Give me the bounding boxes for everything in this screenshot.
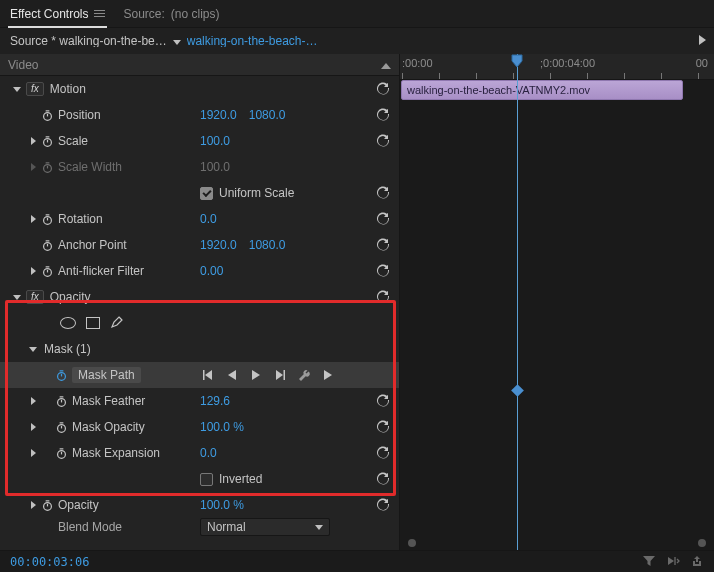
next-keyframe-icon[interactable] <box>272 368 288 382</box>
rotation-value[interactable]: 0.0 <box>200 213 217 225</box>
effect-motion[interactable]: fx Motion <box>0 76 399 102</box>
property-rotation[interactable]: Rotation 0.0 <box>0 206 399 232</box>
stopwatch-icon[interactable] <box>40 498 54 512</box>
property-inverted[interactable]: Inverted <box>0 466 399 492</box>
reset-mask-expansion-icon[interactable] <box>375 445 391 461</box>
mask-tracking-settings-icon[interactable] <box>296 368 312 382</box>
stopwatch-icon[interactable] <box>54 420 68 434</box>
stopwatch-icon[interactable] <box>40 238 54 252</box>
uniform-scale-checkbox[interactable] <box>200 187 213 200</box>
chevron-down-icon[interactable] <box>13 295 21 300</box>
chevron-right-icon[interactable] <box>31 215 36 223</box>
anchor-x-value[interactable]: 1920.0 <box>200 239 237 251</box>
effect-opacity[interactable]: fx Opacity <box>0 284 399 310</box>
source-clip-name[interactable]: Source * walking-on-the-be… <box>10 35 167 47</box>
opacity-value[interactable]: 100.0 % <box>200 499 244 511</box>
timeline-scrollbar[interactable] <box>408 538 706 548</box>
property-mask-opacity[interactable]: Mask Opacity 100.0 % <box>0 414 399 440</box>
stopwatch-active-icon[interactable] <box>54 368 68 382</box>
track-forward-icon[interactable] <box>320 368 336 382</box>
antiflicker-value[interactable]: 0.00 <box>200 265 223 277</box>
scroll-handle-right[interactable] <box>698 539 706 547</box>
property-mask-path[interactable]: Mask Path <box>0 362 399 388</box>
property-anchor-point[interactable]: Anchor Point 1920.0 1080.0 <box>0 232 399 258</box>
ruler-tick-1: ;0:00:04:00 <box>540 58 595 69</box>
chevron-right-icon[interactable] <box>31 397 36 405</box>
inverted-checkbox[interactable] <box>200 473 213 486</box>
reset-opacity-effect-icon[interactable] <box>375 289 391 305</box>
scale-value[interactable]: 100.0 <box>200 135 230 147</box>
play-forward-icon[interactable] <box>248 368 264 382</box>
tab-effect-controls[interactable]: Effect Controls <box>8 0 107 28</box>
stopwatch-icon[interactable] <box>40 134 54 148</box>
anchor-y-value[interactable]: 1080.0 <box>249 239 286 251</box>
reset-uniform-icon[interactable] <box>375 185 391 201</box>
chevron-down-icon[interactable] <box>29 347 37 352</box>
chevron-right-icon[interactable] <box>31 501 36 509</box>
sequence-dropdown-icon[interactable] <box>173 35 181 47</box>
property-uniform-scale[interactable]: Uniform Scale <box>0 180 399 206</box>
inverted-label: Inverted <box>219 473 262 485</box>
reset-rotation-icon[interactable] <box>375 211 391 227</box>
timecode[interactable]: 00:00:03:06 <box>10 556 89 568</box>
svg-marker-27 <box>324 370 332 380</box>
blend-mode-dropdown[interactable]: Normal <box>200 518 330 536</box>
chevron-right-icon[interactable] <box>31 137 36 145</box>
reset-opacity-icon[interactable] <box>375 497 391 513</box>
panel-menu-icon[interactable] <box>94 10 105 17</box>
stopwatch-icon[interactable] <box>54 446 68 460</box>
chevron-right-icon[interactable] <box>31 449 36 457</box>
scroll-handle-left[interactable] <box>408 539 416 547</box>
mask-expansion-value[interactable]: 0.0 <box>200 447 217 459</box>
sequence-name[interactable]: walking-on-the-beach-… <box>187 35 693 47</box>
toggle-timeline-button[interactable] <box>699 35 706 47</box>
play-reverse-icon[interactable] <box>224 368 240 382</box>
stopwatch-icon[interactable] <box>40 108 54 122</box>
timeline-ruler[interactable]: :00:00 ;0:00:04:00 00 <box>400 54 714 80</box>
property-scale[interactable]: Scale 100.0 <box>0 128 399 154</box>
reset-anchor-icon[interactable] <box>375 237 391 253</box>
reset-motion-icon[interactable] <box>375 81 391 97</box>
reset-inverted-icon[interactable] <box>375 471 391 487</box>
mask-feather-value[interactable]: 129.6 <box>200 395 230 407</box>
chevron-right-icon[interactable] <box>31 267 36 275</box>
playhead-head-icon[interactable] <box>511 54 523 68</box>
keyframe-marker[interactable] <box>511 384 524 397</box>
fx-badge[interactable]: fx <box>26 290 44 304</box>
mask-group[interactable]: Mask (1) <box>0 336 399 362</box>
playhead[interactable] <box>517 54 518 550</box>
ellipse-mask-icon[interactable] <box>60 317 76 329</box>
reset-mask-feather-icon[interactable] <box>375 393 391 409</box>
position-x-value[interactable]: 1920.0 <box>200 109 237 121</box>
collapse-video-icon[interactable] <box>381 59 391 71</box>
property-mask-feather[interactable]: Mask Feather 129.6 <box>0 388 399 414</box>
svg-point-31 <box>57 424 65 432</box>
chevron-right-icon[interactable] <box>31 423 36 431</box>
property-blend-mode[interactable]: Blend Mode Normal <box>0 518 399 536</box>
rectangle-mask-icon[interactable] <box>86 317 100 329</box>
reset-position-icon[interactable] <box>375 107 391 123</box>
prev-keyframe-icon[interactable] <box>200 368 216 382</box>
export-icon[interactable] <box>690 554 704 570</box>
property-antiflicker[interactable]: Anti-flicker Filter 0.00 <box>0 258 399 284</box>
position-y-value[interactable]: 1080.0 <box>249 109 286 121</box>
video-header-label: Video <box>8 59 38 71</box>
reset-antiflicker-icon[interactable] <box>375 263 391 279</box>
mask-opacity-value[interactable]: 100.0 % <box>200 421 244 433</box>
property-opacity[interactable]: Opacity 100.0 % <box>0 492 399 518</box>
reset-mask-opacity-icon[interactable] <box>375 419 391 435</box>
fx-badge[interactable]: fx <box>26 82 44 96</box>
tab-source[interactable]: Source: (no clips) <box>121 0 221 28</box>
svg-point-37 <box>43 502 51 510</box>
stopwatch-icon[interactable] <box>54 394 68 408</box>
filter-icon[interactable] <box>642 554 656 570</box>
property-position[interactable]: Position 1920.0 1080.0 <box>0 102 399 128</box>
chevron-down-icon[interactable] <box>13 87 21 92</box>
toggle-keyframes-icon[interactable] <box>666 554 680 570</box>
property-mask-expansion[interactable]: Mask Expansion 0.0 <box>0 440 399 466</box>
stopwatch-icon[interactable] <box>40 264 54 278</box>
stopwatch-icon[interactable] <box>40 212 54 226</box>
pen-mask-icon[interactable] <box>110 315 124 331</box>
timeline-clip[interactable]: walking-on-the-beach-VATNMY2.mov <box>401 80 683 100</box>
reset-scale-icon[interactable] <box>375 133 391 149</box>
